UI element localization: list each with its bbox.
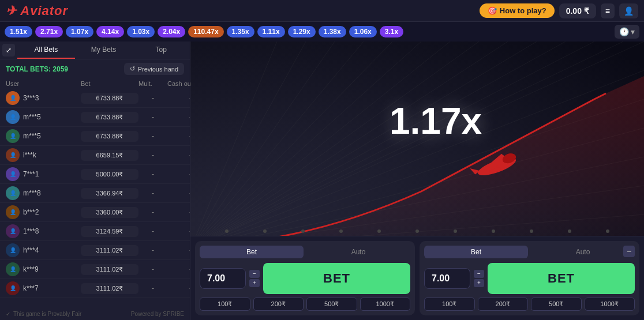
mult-badge[interactable]: 1.35x xyxy=(227,26,254,37)
plane-icon xyxy=(462,145,531,185)
bet-user: 👤 k***7 xyxy=(6,281,81,295)
bet-user: 👤 h***4 xyxy=(6,243,81,257)
avatar: 👤 xyxy=(6,91,20,105)
mult-badge[interactable]: 1.38x xyxy=(319,26,346,37)
dot xyxy=(301,229,305,233)
bet-panel-1: Bet Auto − + BET 100₹ 200₹ 500₹ 1000₹ xyxy=(195,241,415,315)
decrement-btn-1[interactable]: − xyxy=(249,270,260,278)
tab-my-bets[interactable]: My Bets xyxy=(75,42,133,59)
mult-badge[interactable]: 1.07x xyxy=(66,26,93,37)
menu-button[interactable]: ≡ xyxy=(601,3,615,18)
bet-cash: - xyxy=(167,227,190,235)
bet-cash: - xyxy=(167,265,190,273)
minimize-button-2[interactable]: − xyxy=(623,246,635,257)
tab-top[interactable]: Top xyxy=(132,42,190,59)
avatar: 👤 xyxy=(6,262,20,276)
dot xyxy=(339,229,343,233)
minus-icon: − xyxy=(627,247,631,256)
bet-amount: 3366.94₹ xyxy=(81,188,138,199)
table-row: 👤 3***3 6733.88₹ - - xyxy=(0,89,190,108)
stepper-group-2: − + xyxy=(474,270,484,287)
bet-user: 👤 m***5 xyxy=(6,129,81,143)
dot xyxy=(263,229,267,233)
bet-user: 👤 m***5 xyxy=(6,110,81,124)
avatar: 👤 xyxy=(6,129,20,143)
mult-badge[interactable]: 1.03x xyxy=(127,26,155,37)
refresh-icon: ↺ xyxy=(130,65,135,73)
header-right: 🎯 How to play? 0.00 ₹ ≡ 👤 xyxy=(480,3,638,18)
bet-cash: - xyxy=(167,189,190,197)
table-row: 👤 m***8 3366.94₹ - - xyxy=(0,184,190,203)
bet-button-2[interactable]: BET xyxy=(488,263,635,294)
bet-mult: - xyxy=(138,94,167,102)
provably-fair-icon: ✓ xyxy=(6,311,10,317)
mult-badge[interactable]: 1.11x xyxy=(257,26,285,37)
quick-500-1[interactable]: 500₹ xyxy=(306,298,357,311)
quick-500-2[interactable]: 500₹ xyxy=(531,298,582,311)
auto-tab-2[interactable]: Auto xyxy=(531,246,635,258)
bet-tab-2[interactable]: Bet xyxy=(424,246,528,258)
bet-user: 👤 3***3 xyxy=(6,91,81,105)
stepper-group-1: − + xyxy=(249,270,260,287)
mult-badge[interactable]: 110.47x xyxy=(188,26,223,37)
table-row: 👤 7***1 5000.00₹ - - xyxy=(0,165,190,184)
dots-row xyxy=(190,229,644,233)
dot xyxy=(225,229,229,233)
bet-amount: 3111.02₹ xyxy=(81,283,138,294)
bet-button-1[interactable]: BET xyxy=(263,263,410,294)
bet-amount-input-2[interactable] xyxy=(424,268,470,289)
tab-all-bets[interactable]: All Bets xyxy=(17,42,75,59)
mult-badge[interactable]: 1.06x xyxy=(349,26,377,37)
mult-badge[interactable]: 1.29x xyxy=(288,26,316,37)
bet-cash: - xyxy=(167,246,190,254)
dot xyxy=(492,229,495,233)
history-button[interactable]: 🕐 ▾ xyxy=(615,25,639,39)
col-bet: Bet xyxy=(81,80,138,87)
quick-100-2[interactable]: 100₹ xyxy=(424,298,475,311)
decrement-btn-2[interactable]: − xyxy=(474,270,484,278)
bet-mult: - xyxy=(138,265,167,273)
avatar: 👤 xyxy=(6,281,20,295)
quick-200-2[interactable]: 200₹ xyxy=(478,298,529,311)
bet-amount: 6733.88₹ xyxy=(81,131,138,142)
how-to-play-button[interactable]: 🎯 How to play? xyxy=(480,3,555,18)
history-icon: 🕐 xyxy=(619,27,629,36)
quick-200-1[interactable]: 200₹ xyxy=(253,298,304,311)
avatar: 👤 xyxy=(6,186,20,200)
dot xyxy=(530,229,533,233)
bet-mult: - xyxy=(138,208,167,216)
bet-user: 👤 b***2 xyxy=(6,205,81,219)
bet-tab-1[interactable]: Bet xyxy=(200,246,304,258)
mult-badge[interactable]: 2.71x xyxy=(35,26,63,37)
quick-100-1[interactable]: 100₹ xyxy=(200,298,250,311)
bet-mult: - xyxy=(138,246,167,254)
bet-amount-input-1[interactable] xyxy=(200,268,246,289)
avatar: 👤 xyxy=(6,110,20,124)
mult-badge[interactable]: 1.51x xyxy=(5,26,32,37)
menu-icon: ≡ xyxy=(605,6,610,16)
game-canvas: 1.17x xyxy=(190,42,644,236)
quick-1000-1[interactable]: 1000₹ xyxy=(360,298,411,311)
previous-hand-button[interactable]: ↺ Previous hand xyxy=(124,63,184,75)
bet-cash: - xyxy=(167,170,190,178)
account-button[interactable]: 👤 xyxy=(619,3,638,18)
bet-amount: 5000.00₹ xyxy=(81,169,138,180)
quick-1000-2[interactable]: 1000₹ xyxy=(585,298,635,311)
table-row: 👤 k***9 3111.02₹ - - xyxy=(0,260,190,279)
expand-icon-button[interactable]: ⤢ xyxy=(2,44,15,57)
multiplier-strip: 1.51x 2.71x 1.07x 4.14x 1.03x 2.04x 110.… xyxy=(0,22,644,42)
quick-amounts-1: 100₹ 200₹ 500₹ 1000₹ xyxy=(200,298,410,311)
increment-btn-2[interactable]: + xyxy=(474,279,484,287)
col-mult: Mult. xyxy=(138,80,167,87)
dot xyxy=(415,229,419,233)
mult-badge[interactable]: 4.14x xyxy=(96,26,124,37)
increment-btn-1[interactable]: + xyxy=(249,279,260,287)
bet-panel-1-tabs: Bet Auto xyxy=(200,246,410,258)
mult-badge[interactable]: 3.1x xyxy=(380,26,403,37)
mult-badge[interactable]: 2.04x xyxy=(158,26,185,37)
dot xyxy=(568,229,571,233)
bet-amount: 6733.88₹ xyxy=(81,93,138,104)
bet-cash: - xyxy=(167,208,190,216)
auto-tab-1[interactable]: Auto xyxy=(306,246,410,258)
avatar: 👤 xyxy=(6,224,20,238)
